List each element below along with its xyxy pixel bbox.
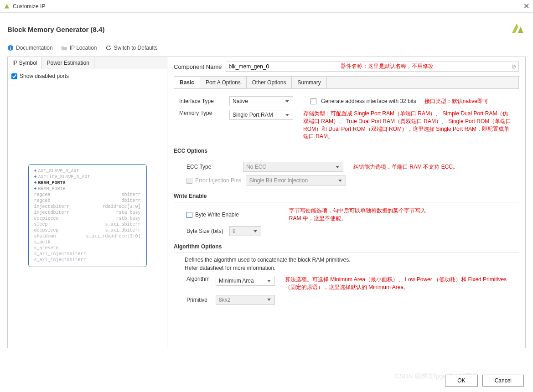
svg-marker-5 [109,46,110,47]
svg-text:i: i [10,46,11,51]
component-name-label: Component Name [174,63,222,70]
port-bram-porta: BRAM_PORTA [38,181,66,186]
writeenable-heading: Write Enable [174,190,519,202]
annotation-memorytype: 存储类型：可配置成 Single Port RAM（单端口 RAM）、 Simp… [303,110,513,140]
annotation-interfacetype: 接口类型：默认native即可 [424,98,488,105]
algo-desc1: Defines the algorithm used to concatenat… [174,256,519,264]
ecctype-label: ECC Type [179,164,238,170]
close-icon[interactable]: ✕ [523,2,529,10]
algorithm-label: Algorithm [179,276,211,282]
errinj-label: Error Injection Pins [195,177,241,184]
right-panel: Component Name ⊘ 器件名称：这里是默认名称，不用修改 Basic… [167,57,525,348]
xilinx-logo-icon [509,21,526,37]
algo-desc2: Refer datasheet for more information. [174,264,519,274]
page-title: Block Memory Generator (8.4) [7,26,509,33]
folder-icon [61,45,67,51]
algo-heading: Algorithm Options [174,241,519,253]
ecc-heading: ECC Options [174,145,519,157]
tab-basic[interactable]: Basic [174,77,200,88]
ok-button[interactable]: OK [445,375,477,387]
titlebar: Customize IP ✕ [0,0,533,13]
algorithm-select[interactable]: Minimum Area [216,276,275,286]
tab-ipsymbol[interactable]: IP Symbol [8,57,42,69]
annotation-compname: 器件名称：这里是默认名称，不用修改 [341,62,434,70]
app-icon [4,3,10,10]
annotation-ecc: 纠错能力选项，单端口 RAM 不支持 ECC。 [353,163,458,171]
iplocation-link[interactable]: IP Location [61,45,97,51]
interfacetype-select[interactable]: Native [229,96,293,106]
left-panel: IP Symbol Power Estimation Show disabled… [8,57,167,348]
tab-powerestimation[interactable]: Power Estimation [42,57,94,69]
bytesize-label: Byte Size (bits) [179,228,225,234]
bytewe-label: Byte Write Enable [195,211,239,218]
gen32-checkbox[interactable] [310,98,316,104]
switchdefaults-link[interactable]: Switch to Defaults [105,45,158,51]
svg-marker-2 [517,27,523,33]
show-disabled-label: Show disabled ports [20,73,69,79]
documentation-link[interactable]: i Documentation [7,45,53,51]
svg-marker-0 [5,4,10,8]
refresh-icon [105,45,112,51]
annotation-we: 字节写使能选项，勾中后可以单独将数据的某个字节写入 RAM 中，这里不使能。 [289,207,426,222]
tab-other[interactable]: Other Options [247,77,292,88]
errinj-select: Single Bit Error Injection [246,175,346,186]
ecctype-select: No ECC [243,162,343,172]
svg-marker-1 [512,23,518,33]
memorytype-select[interactable]: Single Port RAM [229,110,293,120]
toolbar: i Documentation IP Location Switch to De… [0,43,533,57]
tab-porta[interactable]: Port A Options [200,77,247,88]
port-axi-slave: AXI_SLAVE_S_AXI [38,169,79,174]
memorytype-label: Memory Type [179,110,225,116]
info-icon: i [7,45,14,51]
interfacetype-label: Interface Type [179,98,225,104]
ip-block-diagram: +AXI_SLAVE_S_AXI +AXILite_SLAVE_S_AXI +B… [28,164,147,267]
bytewe-checkbox[interactable] [186,212,192,218]
switchdefaults-label: Switch to Defaults [114,45,158,51]
primitive-select: 8kx2 [216,295,275,305]
errinj-checkbox [186,178,192,184]
documentation-label: Documentation [16,45,53,51]
clear-icon[interactable]: ⊘ [512,63,516,70]
window-title: Customize IP [13,3,523,10]
tab-summary[interactable]: Summary [292,77,326,88]
show-disabled-checkbox[interactable] [11,73,17,79]
port-axilite-slave: AXILite_SLAVE_S_AXI [38,175,90,180]
bytesize-select: 9 [229,226,261,236]
cancel-button[interactable]: Cancel [482,375,524,387]
primitive-label: Primitive [179,297,211,303]
gen32-label: Generate address interface with 32 bits [321,98,416,104]
iplocation-label: IP Location [70,45,97,51]
annotation-algo: 算法选项。可选择 Minimum Area（最小面积）、 Low Power （… [285,276,513,291]
port-bram-portb: BRAM_PORTB [38,186,66,191]
